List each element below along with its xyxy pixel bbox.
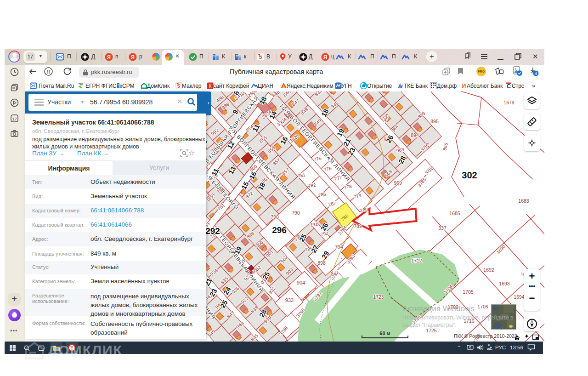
svg-text:1685: 1685: [449, 211, 460, 216]
svg-text:И: И: [461, 82, 466, 89]
svg-text:296: 296: [272, 225, 287, 235]
svg-text:337: 337: [438, 225, 447, 231]
svg-text:894: 894: [411, 132, 419, 138]
svg-text:292: 292: [206, 226, 220, 236]
svg-text:1712: 1712: [411, 258, 422, 263]
svg-text:904: 904: [297, 280, 305, 285]
svg-text:1694: 1694: [514, 294, 525, 300]
svg-text:60 м: 60 м: [379, 330, 390, 336]
svg-text:1723: 1723: [373, 294, 384, 300]
svg-text:Я: Я: [131, 54, 135, 60]
svg-text:1683: 1683: [518, 198, 529, 204]
svg-text:1692: 1692: [483, 267, 494, 273]
svg-text:5: 5: [259, 54, 262, 60]
svg-text:1725: 1725: [426, 328, 437, 333]
svg-text:Я: Я: [107, 54, 111, 60]
svg-text:1706: 1706: [477, 304, 488, 309]
svg-text:790: 790: [292, 210, 300, 216]
svg-text:898: 898: [317, 260, 326, 266]
svg-text:Я: Я: [47, 69, 51, 74]
svg-text:17: 17: [12, 116, 17, 121]
svg-text:К: К: [209, 84, 212, 89]
svg-text:790: 790: [271, 214, 279, 220]
svg-text:4: 4: [535, 71, 537, 76]
svg-text:302: 302: [462, 170, 477, 180]
svg-text:1679: 1679: [503, 100, 514, 105]
svg-text:969: 969: [394, 180, 402, 186]
svg-text:933: 933: [285, 297, 294, 303]
svg-text:895: 895: [430, 119, 439, 124]
svg-text:789: 789: [354, 223, 362, 229]
svg-text:794: 794: [335, 244, 343, 250]
svg-text:Я: Я: [323, 54, 327, 60]
svg-text:1705: 1705: [463, 289, 474, 295]
svg-text:1693: 1693: [499, 281, 510, 286]
